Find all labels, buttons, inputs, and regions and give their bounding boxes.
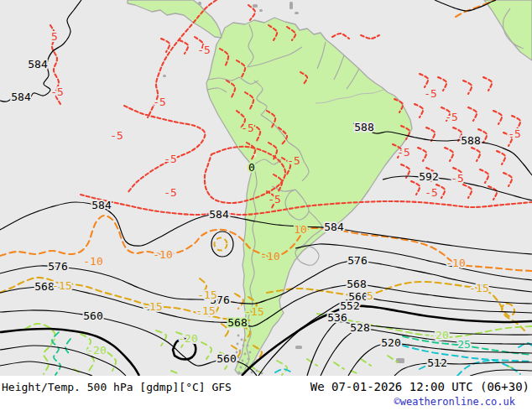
temperature-label: -15 [244,305,263,318]
temperature-label: -5 [241,122,254,134]
island [289,2,293,9]
temperature-label: -5 [451,172,464,185]
height-label: 528 [350,321,369,334]
island [198,2,201,5]
island [253,4,258,8]
height-label: 568 [34,280,54,293]
height-label: 560 [216,352,236,365]
height-label: 536 [327,311,347,324]
height-label: 584 [11,91,31,103]
map-svg: 5845845845845845885885925765685605765685… [0,0,532,376]
temperature-label: -15 [197,289,216,301]
temperature-label: -5 [508,127,521,140]
temperature-label: -20 [178,332,197,345]
height-label: 592 [419,170,438,183]
height-label: 568 [347,278,366,290]
temperature-label: -5 [424,87,437,100]
temperature-label: -5 [425,186,438,199]
height-label: 0 [248,161,255,174]
temperature-label: -15 [143,300,162,313]
height-label: 584 [324,221,344,233]
temperature-label: -10 [153,248,172,261]
island [295,346,302,349]
temperature-label: -5 [268,193,281,206]
temperature-label: 10 [294,223,307,236]
height-label: 584 [91,199,112,211]
height-label: 520 [381,336,400,349]
height-label: 560 [83,310,102,322]
temperature-label: -5 [445,111,458,123]
temperature-label: -5 [287,154,300,167]
temperature-label: -5 [153,96,166,108]
height-label: 552 [340,299,359,312]
island [295,12,299,14]
height-label: 512 [427,356,446,369]
temperature-label: -10 [446,257,465,269]
temperature-label: -5 [50,86,64,98]
weather-map: 5845845845845845885885925765685605765685… [0,0,532,379]
temperature-label: -5 [397,146,410,159]
map-title: Height/Temp. 500 hPa [gdmp][°C] GFS [2,381,232,393]
temperature-label: -15 [196,304,215,317]
temperature-label: -20 [429,329,448,341]
temperature-label: -15 [469,282,488,294]
temperature-label: -10 [83,255,102,268]
temperature-label: -5 [197,44,211,56]
temperature-label: -5 [110,129,123,142]
temperature-label: -10 [260,250,279,263]
height-label: 568 [227,316,247,329]
height-label: 584 [28,58,48,70]
footer-bar: Height/Temp. 500 hPa [gdmp][°C] GFS We 0… [0,376,532,411]
island [163,75,166,77]
height-label: 588 [461,134,480,147]
temperature-label: -5 [164,186,177,199]
height-label: 584 [209,208,229,221]
height-label: 576 [347,254,367,267]
copyright-link[interactable]: ©weatheronline.co.uk [394,396,516,408]
temperature-label: 5 [367,289,373,302]
island [259,9,263,12]
temperature-label: -20 [86,344,106,356]
temperature-label: 25 [457,338,471,351]
weather-map-page: 5845845845845845885885925765685605765685… [0,0,532,411]
map-valid-time: We 07-01-2026 12:00 UTC (06+30) [310,380,529,393]
height-label: 576 [48,260,67,273]
temperature-label: -5 [164,153,177,165]
height-label: 588 [354,121,373,133]
temperature-label: -15 [52,279,71,292]
temperature-label: 5 [51,30,58,43]
